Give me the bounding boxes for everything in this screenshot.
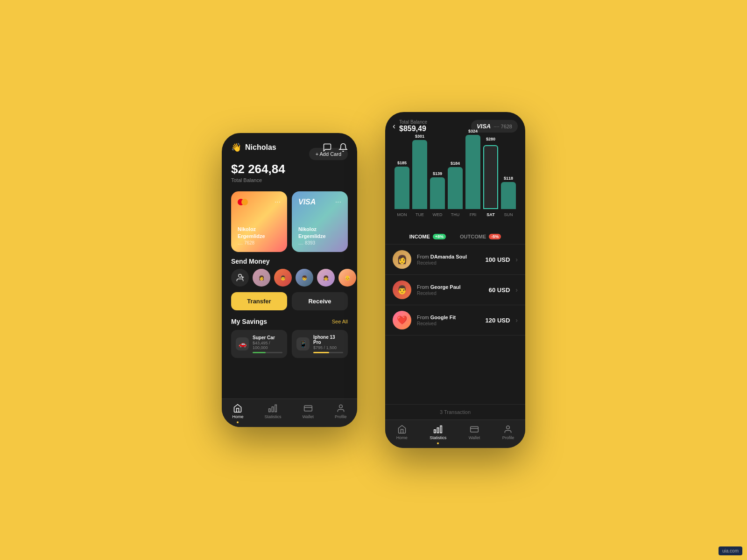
nav-home[interactable]: Home — [232, 404, 243, 423]
send-money-row: 👩 👨 👦 👧 👴 — [222, 269, 357, 287]
message-icon[interactable] — [323, 143, 332, 152]
see-all-link[interactable]: See All — [332, 319, 348, 324]
bar-day-mon: MON — [397, 212, 407, 217]
total-balance-section: Total Balance $859,49 — [399, 119, 471, 133]
right-top-bar: ‹ Total Balance $859,49 VISA ···· 7628 — [385, 112, 525, 138]
contact-3[interactable]: 👦 — [296, 269, 313, 287]
transaction-item-1[interactable]: 👩 From DAmanda Soul Received 100 USD › — [385, 245, 525, 275]
nav-wallet-right[interactable]: Wallet — [469, 425, 480, 444]
card-number-2: .... 8393 — [298, 240, 341, 245]
nav-active-dot-right — [437, 442, 439, 444]
tx-amount-3: 120 USD — [486, 317, 510, 324]
svg-rect-6 — [304, 406, 312, 411]
card-number: .... 7628 — [238, 240, 281, 245]
svg-point-0 — [239, 274, 242, 278]
visa-number: ···· 7628 — [493, 124, 512, 129]
saving-title-car: Super Car — [253, 335, 282, 340]
transfer-button[interactable]: Transfer — [231, 292, 287, 310]
mastercard-card[interactable]: ··· NikolozErgemlidze .... 7628 — [231, 191, 287, 252]
saving-info-phone: Iphone 13 Pro $795 / 1,500 — [313, 335, 343, 353]
bar-day-sun: SUN — [504, 212, 513, 217]
nav-statistics-right[interactable]: Statistics — [430, 425, 446, 444]
outcome-toggle[interactable]: OUTCOME -5% — [460, 234, 501, 239]
bar-value-fri: $324 — [468, 129, 478, 133]
visa-card[interactable]: VISA ··· NikolozErgemlidze .... 8393 — [292, 191, 348, 252]
nav-wallet-label: Wallet — [302, 414, 314, 419]
bar-sun: $118 SUN — [501, 176, 516, 217]
wave-icon: 👋 — [231, 142, 241, 153]
bar-rect-thu — [448, 167, 463, 209]
bar-thu: $184 THU — [448, 161, 463, 217]
savings-header: My Savings See All — [222, 316, 357, 327]
tx-chevron-3: › — [515, 316, 518, 324]
svg-rect-9 — [440, 426, 442, 433]
tx-amount-1: 100 USD — [486, 256, 510, 263]
transaction-count: 3 Transaction — [385, 404, 525, 420]
nav-profile-right[interactable]: Profile — [502, 425, 514, 444]
send-money-label: Send Money — [222, 252, 357, 269]
user-greeting: 👋 Nicholas — [231, 142, 276, 153]
transaction-item-2[interactable]: 👨 From George Paul Received 60 USD › — [385, 275, 525, 305]
nav-wallet[interactable]: Wallet — [302, 404, 314, 423]
bell-icon[interactable] — [338, 143, 348, 152]
saving-info-car: Super Car $43,495 / 100,000 — [253, 335, 282, 353]
saving-item-phone[interactable]: 📱 Iphone 13 Pro $795 / 1,500 — [292, 330, 348, 358]
savings-label: My Savings — [231, 318, 267, 325]
saving-progress-car: $43,495 / 100,000 — [253, 341, 282, 350]
balance-label: Total Balance — [231, 177, 348, 183]
tx-info-1: From DAmanda Soul Received — [417, 254, 480, 266]
bar-value-wed: $139 — [433, 171, 442, 176]
bar-fri: $324 FRI — [465, 129, 480, 217]
bar-rect-tue — [412, 140, 427, 209]
bar-mon: $185 MON — [395, 161, 409, 217]
saving-title-phone: Iphone 13 Pro — [313, 335, 343, 345]
bar-value-mon: $185 — [397, 161, 407, 165]
bar-rect-fri — [465, 135, 480, 209]
back-button[interactable]: ‹ — [393, 121, 395, 131]
tx-avatar-2: 👨 — [393, 280, 411, 299]
svg-rect-11 — [434, 430, 436, 433]
bottom-nav-left: Home Statistics Wallet Profile — [222, 399, 357, 427]
savings-row: 🚗 Super Car $43,495 / 100,000 📱 Iphone 1… — [222, 327, 357, 363]
tx-chevron-2: › — [515, 286, 518, 294]
total-balance-label: Total Balance — [399, 119, 471, 125]
car-icon: 🚗 — [236, 337, 249, 350]
nav-statistics[interactable]: Statistics — [264, 404, 281, 423]
nav-wallet-label-right: Wallet — [469, 435, 480, 440]
svg-point-14 — [507, 426, 510, 429]
bottom-nav-right: Home Statistics Wallet Profile — [385, 420, 525, 448]
transaction-item-3[interactable]: ❤️ From Google Fit Received 120 USD › — [385, 305, 525, 336]
contact-1[interactable]: 👩 — [253, 269, 270, 287]
username: Nicholas — [245, 143, 276, 152]
add-contact-button[interactable] — [231, 269, 249, 287]
tx-status-3: Received — [417, 321, 480, 326]
visa-logo: VISA — [298, 198, 316, 206]
receive-button[interactable]: Receive — [292, 292, 348, 310]
svg-point-8 — [339, 405, 342, 408]
income-toggle[interactable]: INCOME +8% — [409, 234, 446, 239]
outcome-badge: -5% — [489, 234, 501, 239]
total-balance-amount: $859,49 — [399, 125, 471, 133]
balance-amount: $2 264,84 — [231, 162, 348, 176]
right-phone: ‹ Total Balance $859,49 VISA ···· 7628 $… — [385, 112, 525, 448]
tx-avatar-1: 👩 — [393, 250, 411, 269]
svg-rect-5 — [269, 409, 270, 412]
bar-value-thu: $184 — [451, 161, 460, 166]
mastercard-logo — [238, 199, 248, 205]
contact-5[interactable]: 👴 — [338, 269, 356, 287]
nav-profile[interactable]: Profile — [335, 404, 347, 423]
bar-day-fri: FRI — [470, 212, 477, 217]
income-label: INCOME — [409, 234, 430, 239]
bar-tue: $301 TUE — [412, 134, 427, 217]
bar-rect-mon — [395, 167, 409, 209]
tx-status-2: Received — [417, 291, 483, 296]
chart-toggle: INCOME +8% OUTCOME -5% — [385, 231, 525, 244]
action-buttons: Transfer Receive — [222, 287, 357, 316]
saving-item-car[interactable]: 🚗 Super Car $43,495 / 100,000 — [231, 330, 287, 358]
tx-status-1: Received — [417, 260, 480, 266]
card-holder-name: NikolozErgemlidze — [238, 226, 281, 239]
nav-home-right[interactable]: Home — [396, 425, 408, 444]
tx-info-3: From Google Fit Received — [417, 315, 480, 326]
contact-2[interactable]: 👨 — [274, 269, 292, 287]
contact-4[interactable]: 👧 — [317, 269, 335, 287]
